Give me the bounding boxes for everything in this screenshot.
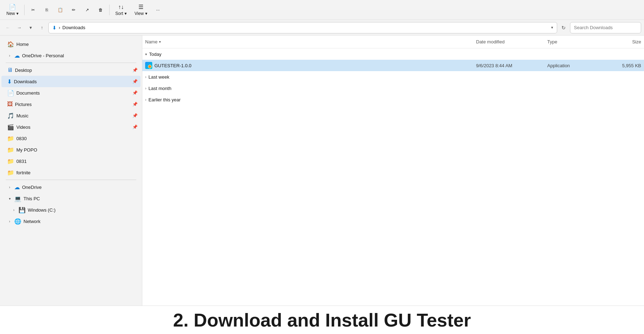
delete-button[interactable]: 🗑 <box>94 2 107 18</box>
sidebar-label-onedrive: OneDrive - Personal <box>22 53 138 58</box>
header-name-label: Name <box>145 39 158 44</box>
up-icon: ↑ <box>41 25 43 30</box>
onedrive-expand-icon: › <box>7 54 12 58</box>
folder-fortnite-icon: 📁 <box>7 169 14 176</box>
new-icon: 📄 <box>9 4 16 10</box>
forward-button[interactable]: → <box>14 23 24 33</box>
downloads-pin-icon: 📌 <box>132 79 138 84</box>
header-type[interactable]: Type <box>544 36 601 48</box>
main-layout: 🏠 Home › ☁ OneDrive - Personal 🖥 Desktop… <box>0 36 644 306</box>
onedrive2-icon: ☁ <box>14 184 20 191</box>
bottom-text-area: 2. Download and Install GU Tester <box>0 306 644 334</box>
new-button[interactable]: 📄 New ▾ <box>3 2 22 18</box>
documents-icon: 📄 <box>7 90 14 96</box>
sidebar-label-desktop: Desktop <box>15 68 130 73</box>
today-chevron: ▾ <box>145 52 147 56</box>
windowsc-expand-icon: › <box>11 208 16 212</box>
group-today[interactable]: ▾ Today <box>142 48 644 60</box>
sidebar-item-pictures[interactable]: 🖼 Pictures 📌 <box>1 99 141 110</box>
music-pin-icon: 📌 <box>132 113 138 118</box>
videos-icon: 🎬 <box>7 124 14 131</box>
downloads-icon: ⬇ <box>7 78 12 85</box>
sidebar-item-downloads[interactable]: ⬇ Downloads 📌 <box>1 76 141 87</box>
network-expand-icon: › <box>7 219 12 223</box>
sidebar-item-home[interactable]: 🏠 Home <box>1 38 141 50</box>
sort-arrow: ▾ <box>125 11 127 16</box>
network-icon: 🌐 <box>14 218 21 225</box>
gutester-icon <box>145 62 152 69</box>
group-earlierthisyear[interactable]: › Earlier this year <box>142 94 644 105</box>
sidebar-item-mypopo[interactable]: 📁 My POPO <box>1 144 141 155</box>
pictures-pin-icon: 📌 <box>132 102 138 107</box>
music-icon: 🎵 <box>7 112 14 119</box>
cut-icon: ✂ <box>31 7 35 12</box>
view-button[interactable]: ☰ View ▾ <box>131 2 151 18</box>
sidebar-label-downloads: Downloads <box>14 79 130 84</box>
back-button[interactable]: ← <box>3 23 13 33</box>
toolbar: 📄 New ▾ ✂ ⎘ 📋 ✏ ↗ 🗑 ↑↓ Sort ▾ ☰ View ▾ <box>0 0 644 20</box>
file-row-gutester[interactable]: GUTESTER-1.0.0 9/6/2023 8:44 AM Applicat… <box>142 60 644 71</box>
sidebar-label-windowsc: Windows (C:) <box>28 207 138 213</box>
group-lastweek[interactable]: › Last week <box>142 71 644 83</box>
sidebar-item-0831[interactable]: 📁 0831 <box>1 155 141 167</box>
separator-1 <box>24 5 25 15</box>
sidebar-item-0830[interactable]: 📁 0830 <box>1 133 141 144</box>
header-name-sort: ▾ <box>159 40 161 44</box>
sidebar-item-videos[interactable]: 🎬 Videos 📌 <box>1 121 141 133</box>
file-area: Name ▾ Date modified Type Size ▾ Today G… <box>142 36 644 306</box>
header-size-label: Size <box>632 39 641 44</box>
videos-pin-icon: 📌 <box>132 124 138 129</box>
view-arrow: ▾ <box>145 11 147 16</box>
sidebar-item-onedrive2[interactable]: › ☁ OneDrive <box>1 181 141 193</box>
desktop-icon: 🖥 <box>7 67 13 73</box>
pictures-icon: 🖼 <box>7 101 13 107</box>
earlierthisyear-label: Earlier this year <box>148 97 180 102</box>
onedrive2-expand-icon: › <box>7 185 12 189</box>
sidebar-item-onedrive[interactable]: › ☁ OneDrive - Personal <box>1 50 141 61</box>
header-date[interactable]: Date modified <box>473 36 544 48</box>
sidebar-item-network[interactable]: › 🌐 Network <box>1 216 141 227</box>
address-separator: › <box>59 25 60 30</box>
desktop-pin-icon: 📌 <box>132 68 138 73</box>
lastmonth-chevron: › <box>145 86 146 90</box>
rename-button[interactable]: ✏ <box>67 2 80 18</box>
share-icon: ↗ <box>85 7 89 12</box>
earlierthisyear-chevron: › <box>145 98 146 102</box>
recent-button[interactable]: ▾ <box>26 23 36 33</box>
share-button[interactable]: ↗ <box>81 2 94 18</box>
search-input[interactable] <box>570 22 641 33</box>
sidebar-label-fortnite: fortnite <box>16 170 138 175</box>
sidebar-label-documents: Documents <box>16 90 130 96</box>
address-bar[interactable]: ⬇ › Downloads ▾ <box>48 22 557 33</box>
paste-button[interactable]: 📋 <box>54 2 67 18</box>
separator-2 <box>109 5 110 15</box>
sidebar-item-fortnite[interactable]: 📁 fortnite <box>1 167 141 178</box>
refresh-button[interactable]: ↻ <box>559 23 569 33</box>
lastweek-label: Last week <box>148 74 169 80</box>
gutester-filename: GUTESTER-1.0.0 <box>154 63 191 68</box>
address-chevron: ▾ <box>551 25 553 30</box>
header-size[interactable]: Size <box>601 36 644 48</box>
header-name[interactable]: Name ▾ <box>142 36 473 48</box>
copy-button[interactable]: ⎘ <box>40 2 53 18</box>
sort-button[interactable]: ↑↓ Sort ▾ <box>112 2 130 18</box>
sort-label: Sort <box>115 11 123 16</box>
sidebar-divider-1 <box>6 63 136 63</box>
sidebar: 🏠 Home › ☁ OneDrive - Personal 🖥 Desktop… <box>0 36 142 306</box>
refresh-icon: ↻ <box>561 25 566 31</box>
up-button[interactable]: ↑ <box>37 23 47 33</box>
folder-0831-icon: 📁 <box>7 158 14 165</box>
more-button[interactable]: ··· <box>152 2 164 18</box>
today-label: Today <box>149 52 162 57</box>
group-lastmonth[interactable]: › Last month <box>142 83 644 94</box>
sidebar-item-windowsc[interactable]: › 💾 Windows (C:) <box>1 204 141 216</box>
bottom-heading: 2. Download and Install GU Tester <box>173 309 471 331</box>
sidebar-item-documents[interactable]: 📄 Documents 📌 <box>1 87 141 99</box>
address-path: Downloads <box>62 25 85 30</box>
sidebar-item-music[interactable]: 🎵 Music 📌 <box>1 110 141 121</box>
folder-mypopo-icon: 📁 <box>7 147 14 153</box>
sidebar-item-desktop[interactable]: 🖥 Desktop 📌 <box>1 64 141 76</box>
sidebar-item-thispc[interactable]: ▾ 💻 This PC <box>1 193 141 204</box>
documents-pin-icon: 📌 <box>132 90 138 95</box>
cut-button[interactable]: ✂ <box>27 2 39 18</box>
